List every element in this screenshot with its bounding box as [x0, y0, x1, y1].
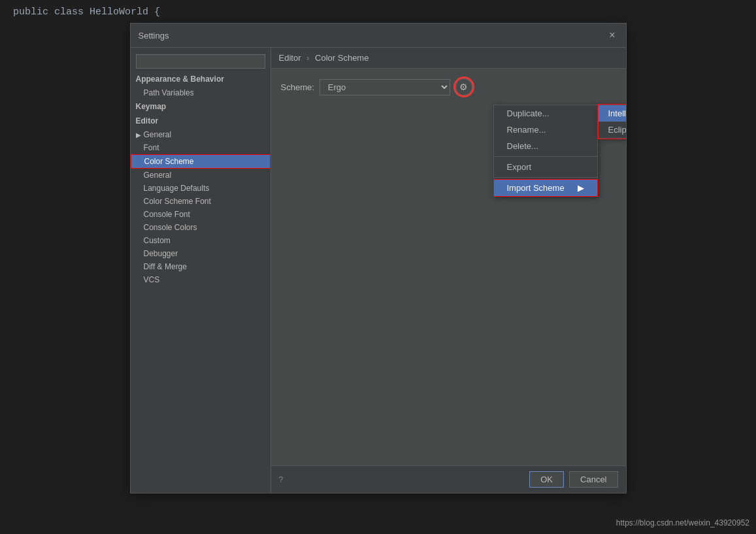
arrow-icon: ▶	[136, 131, 141, 139]
breadcrumb-color-scheme: Color Scheme	[315, 53, 369, 63]
help-icon[interactable]: ?	[279, 475, 284, 484]
breadcrumb: Editor › Color Scheme	[271, 48, 626, 69]
submenu-eclipse[interactable]: Eclipse Color Theme (XML)	[599, 122, 626, 138]
dropdown-duplicate[interactable]: Duplicate...	[494, 105, 597, 122]
sidebar: Appearance & Behavior Path Variables Key…	[131, 48, 271, 493]
sidebar-item-console-colors[interactable]: Console Colors	[131, 221, 271, 234]
search-box	[131, 51, 271, 72]
dropdown-divider	[494, 156, 597, 157]
ok-button[interactable]: OK	[529, 471, 564, 488]
sidebar-item-editor[interactable]: Editor	[131, 114, 271, 128]
scheme-select[interactable]: Ergo	[320, 79, 450, 95]
sidebar-item-diff-merge[interactable]: Diff & Merge	[131, 260, 271, 273]
content-area: Scheme: Ergo ⚙ Duplicate... Rename... De…	[271, 69, 626, 465]
footer-buttons: OK Cancel	[529, 471, 617, 488]
submenu-intellij[interactable]: Intellij IDEA color scheme (.icls or set…	[599, 105, 626, 122]
scheme-row: Scheme: Ergo ⚙	[281, 78, 616, 95]
breadcrumb-editor: Editor	[279, 53, 301, 63]
dialog-body: Appearance & Behavior Path Variables Key…	[131, 48, 626, 493]
dropdown-menu: Duplicate... Rename... Delete... Export …	[493, 105, 598, 197]
dropdown-import-scheme[interactable]: Import Scheme ▶	[494, 180, 597, 196]
dropdown-delete[interactable]: Delete...	[494, 138, 597, 154]
search-input[interactable]	[136, 54, 265, 69]
sidebar-item-general[interactable]: ▶ General	[131, 128, 271, 141]
sidebar-item-custom[interactable]: Custom	[131, 234, 271, 247]
sidebar-item-vcs[interactable]: VCS	[131, 273, 271, 286]
dropdown-export[interactable]: Export	[494, 159, 597, 175]
sidebar-item-keymap[interactable]: Keymap	[131, 99, 271, 114]
sidebar-item-console-font[interactable]: Console Font	[131, 208, 271, 221]
dropdown-divider2	[494, 177, 597, 178]
dialog-overlay: Settings × Appearance & Behavior Path Va…	[0, 20, 756, 495]
sidebar-item-debugger[interactable]: Debugger	[131, 247, 271, 260]
dropdown-rename[interactable]: Rename...	[494, 122, 597, 138]
sidebar-item-language-defaults[interactable]: Language Defaults	[131, 182, 271, 195]
dialog-title: Settings	[139, 31, 169, 41]
sidebar-item-color-scheme-font[interactable]: Color Scheme Font	[131, 195, 271, 208]
sidebar-item-color-scheme[interactable]: Color Scheme	[131, 154, 271, 169]
main-content: Editor › Color Scheme Scheme: Ergo ⚙	[271, 48, 626, 493]
settings-dialog: Settings × Appearance & Behavior Path Va…	[130, 23, 627, 493]
watermark: https://blog.csdn.net/weixin_43920952	[616, 518, 749, 527]
dialog-titlebar: Settings ×	[131, 24, 626, 48]
sidebar-item-appearance-behavior[interactable]: Appearance & Behavior	[131, 72, 271, 86]
gear-button[interactable]: ⚙	[455, 78, 472, 95]
dialog-footer: ? OK Cancel	[271, 465, 626, 493]
submenu: Intellij IDEA color scheme (.icls or set…	[598, 105, 626, 139]
close-button[interactable]: ×	[606, 29, 617, 42]
sidebar-item-general-sub[interactable]: General	[131, 169, 271, 182]
sidebar-item-path-variables[interactable]: Path Variables	[131, 86, 271, 99]
cancel-button[interactable]: Cancel	[569, 471, 617, 488]
breadcrumb-separator: ›	[306, 53, 309, 63]
scheme-label: Scheme:	[281, 82, 314, 92]
sidebar-item-font[interactable]: Font	[131, 141, 271, 154]
